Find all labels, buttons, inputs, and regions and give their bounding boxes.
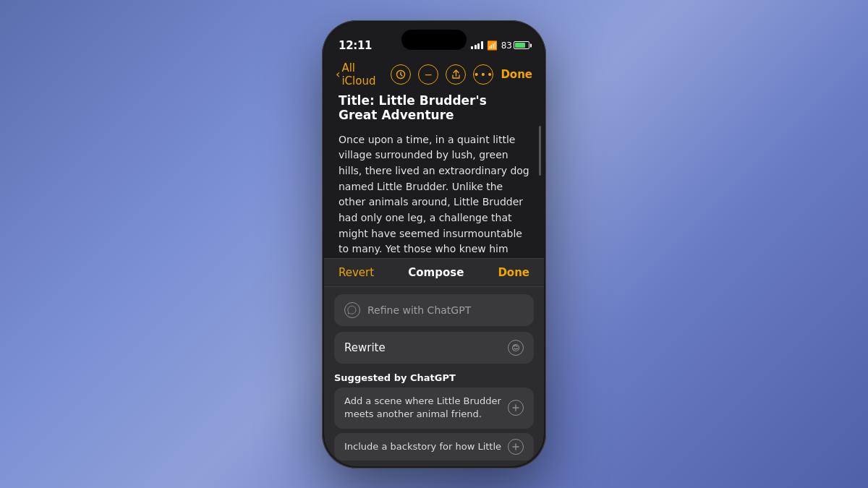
nav-action-buttons: − ••• Done [391,64,532,85]
note-paragraph-1: Once upon a time, in a quaint little vil… [339,132,529,259]
wifi-icon: 📶 [487,40,498,51]
back-label: All iCloud [341,61,391,87]
refine-label: Refine with ChatGPT [367,304,471,316]
chatgpt-icon [344,302,360,318]
battery-percent: 83 [501,40,512,51]
more-icon-button[interactable]: ••• [473,64,493,85]
minus-icon: − [425,69,433,80]
status-time: 12:11 [339,39,372,52]
timer-icon-button[interactable] [391,64,411,85]
nav-done-button[interactable]: Done [501,68,532,81]
chevron-left-icon: ‹ [336,67,340,81]
signal-icon [471,41,483,49]
note-body[interactable]: Once upon a time, in a quaint little vil… [339,132,529,259]
phone-frame: 12:11 📶 83 ‹ [322,20,546,468]
battery-icon [514,41,529,49]
share-icon-button[interactable] [446,64,466,85]
refine-chatgpt-row[interactable]: Refine with ChatGPT [334,294,534,326]
nav-bar: ‹ All iCloud − [324,59,544,93]
svg-line-2 [401,74,402,76]
compose-toolbar: Revert Compose Done [324,259,544,287]
note-title: Title: Little Brudder's Great Adventure [339,93,529,122]
compose-done-button[interactable]: Done [498,266,529,279]
suggestion-row-2[interactable]: Include a backstory for how Little [334,433,534,461]
revert-button[interactable]: Revert [339,266,374,279]
suggestion-text-2: Include a backstory for how Little [344,441,502,452]
minus-icon-button[interactable]: − [418,64,438,85]
dynamic-island [401,30,467,50]
compose-panel: Revert Compose Done Refine with ChatGPT … [324,258,544,466]
scroll-indicator [539,126,541,176]
rewrite-label: Rewrite [344,341,386,354]
suggestion-add-icon-2[interactable] [508,439,524,455]
battery-indicator: 83 [501,40,529,51]
rewrite-icon [508,340,524,356]
rewrite-row[interactable]: Rewrite [334,332,534,364]
compose-title: Compose [408,266,464,279]
note-content-area[interactable]: Title: Little Brudder's Great Adventure … [324,93,544,259]
phone-screen: 12:11 📶 83 ‹ [324,22,544,466]
suggestion-row-1[interactable]: Add a scene where Little Brudder meets a… [334,388,534,428]
status-icons: 📶 83 [471,40,529,51]
suggestion-add-icon-1[interactable] [508,400,524,416]
suggested-header: Suggested by ChatGPT [324,369,544,388]
back-button[interactable]: ‹ All iCloud [336,61,391,87]
suggestion-text-1: Add a scene where Little Brudder meets a… [344,395,502,421]
ellipsis-icon: ••• [474,69,494,80]
